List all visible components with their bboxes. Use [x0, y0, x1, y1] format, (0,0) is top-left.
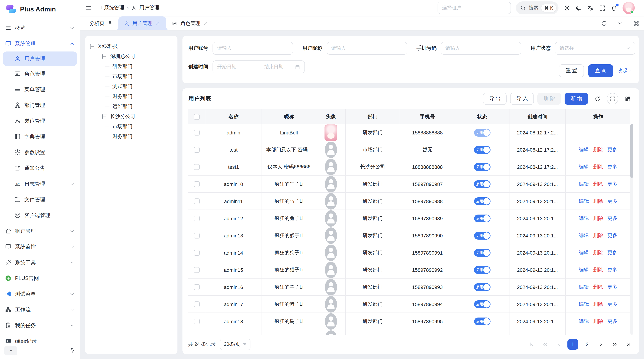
status-toggle[interactable]: 启用 — [474, 215, 490, 223]
status-toggle[interactable]: 启用 — [474, 198, 490, 205]
edit-link[interactable]: 编辑 — [579, 215, 589, 222]
language-translate-icon[interactable] — [587, 5, 594, 11]
edit-link[interactable]: 编辑 — [579, 319, 589, 325]
tree-leaf-市场部门[interactable]: 市场部门 — [105, 71, 173, 81]
status-toggle[interactable]: 启用 — [474, 146, 490, 154]
sidebar-item-文件管理[interactable]: 文件管理 — [0, 192, 80, 207]
more-link[interactable]: 更多 — [607, 250, 617, 256]
tree-leaf-研发部门[interactable]: 研发部门 — [105, 61, 173, 71]
tree-leaf-市场部门[interactable]: 市场部门 — [105, 122, 173, 132]
delete-link[interactable]: 删除 — [593, 164, 603, 170]
tree-node-长沙分公司[interactable]: 长沙分公司 — [93, 112, 173, 122]
close-tab-icon[interactable] — [155, 21, 161, 26]
first-page-button[interactable] — [527, 339, 537, 349]
tree-leaf-财务部门[interactable]: 财务部门 — [105, 132, 173, 142]
row-checkbox[interactable] — [194, 233, 200, 239]
edit-link[interactable]: 编辑 — [579, 301, 589, 308]
delete-link[interactable]: 删除 — [593, 147, 603, 153]
sidebar-item-系统监控[interactable]: 系统监控 — [0, 239, 80, 255]
sidebar-item-gitee记录[interactable]: gitee记录 — [0, 333, 80, 343]
next-page-button[interactable] — [596, 339, 606, 349]
sidebar-item-系统工具[interactable]: 系统工具 — [0, 255, 80, 270]
fullscreen-icon[interactable] — [599, 5, 606, 11]
sidebar-item-菜单管理[interactable]: 菜单管理 — [0, 81, 80, 97]
logo[interactable]: Plus Admin — [0, 0, 80, 18]
tab-分析页[interactable]: 分析页 — [84, 16, 118, 30]
edit-link[interactable]: 编辑 — [579, 250, 589, 256]
last-page-button[interactable] — [623, 339, 633, 349]
page-number-1[interactable]: 1 — [568, 339, 578, 350]
delete-button[interactable]: 删 除 — [538, 93, 561, 105]
more-link[interactable]: 更多 — [607, 215, 617, 222]
delete-link[interactable]: 删除 — [593, 284, 603, 291]
notifications-bell-icon[interactable] — [611, 5, 618, 11]
table-fullscreen-button[interactable] — [607, 93, 618, 105]
export-button[interactable]: 导 出 — [483, 93, 507, 105]
edit-link[interactable]: 编辑 — [579, 181, 589, 188]
status-toggle[interactable]: 启用 — [474, 232, 490, 240]
sidebar-item-租户管理[interactable]: 租户管理 — [0, 223, 80, 239]
sidebar-item-客户端管理[interactable]: 客户端管理 — [0, 207, 80, 223]
column-settings-button[interactable] — [622, 93, 633, 105]
row-checkbox[interactable] — [194, 147, 200, 153]
back-10-pages-button[interactable] — [540, 339, 550, 349]
collapse-icon[interactable] — [102, 114, 107, 119]
breadcrumb-item-users[interactable]: 用户管理 — [132, 5, 160, 11]
more-link[interactable]: 更多 — [607, 198, 617, 205]
tree-leaf-运维部门[interactable]: 运维部门 — [105, 101, 173, 112]
previous-page-button[interactable] — [554, 339, 564, 349]
edit-link[interactable]: 编辑 — [579, 164, 589, 170]
settings-gear-icon[interactable] — [564, 5, 570, 11]
sidebar-item-工作流[interactable]: 工作流 — [0, 302, 80, 318]
sidebar-item-PLUS官网[interactable]: PLUS官网 — [0, 270, 80, 286]
sidebar-item-测试菜单[interactable]: 测试菜单 — [0, 286, 80, 302]
tree-leaf-测试部门[interactable]: 测试部门 — [105, 81, 173, 91]
tree-leaf-财务部门[interactable]: 财务部门 — [105, 91, 173, 101]
hamburger-icon[interactable] — [85, 5, 92, 11]
collapse-icon[interactable] — [90, 44, 95, 49]
sidebar-item-通知公告[interactable]: 通知公告 — [0, 160, 80, 176]
row-checkbox[interactable] — [194, 130, 200, 136]
date-range-input[interactable]: 开始日期 → 结束日期 — [212, 60, 305, 73]
tab-menu-chevron-button[interactable] — [612, 16, 628, 30]
select-all-checkbox[interactable] — [194, 114, 200, 120]
more-link[interactable]: 更多 — [607, 164, 617, 170]
delete-link[interactable]: 删除 — [593, 181, 603, 188]
reset-button[interactable]: 重 置 — [559, 64, 584, 77]
status-toggle[interactable]: 启用 — [474, 301, 490, 308]
status-toggle[interactable]: 启用 — [474, 180, 490, 188]
more-link[interactable]: 更多 — [607, 284, 617, 291]
phone-input[interactable]: 请输入 — [441, 42, 521, 55]
tree-node-深圳总公司[interactable]: 深圳总公司 — [93, 51, 173, 61]
more-link[interactable]: 更多 — [607, 147, 617, 153]
table-scrollbar[interactable] — [630, 124, 633, 335]
more-link[interactable]: 更多 — [607, 233, 617, 239]
more-link[interactable]: 更多 — [607, 301, 617, 308]
sidebar-item-岗位管理[interactable]: 岗位管理 — [0, 113, 80, 129]
refresh-page-button[interactable] — [596, 16, 612, 30]
delete-link[interactable]: 删除 — [593, 215, 603, 222]
delete-link[interactable]: 删除 — [593, 233, 603, 239]
row-checkbox[interactable] — [194, 250, 200, 256]
close-tab-icon[interactable] — [203, 21, 208, 26]
status-toggle[interactable]: 启用 — [474, 283, 490, 291]
sidebar-item-日志管理[interactable]: DEV 日志管理 — [0, 176, 80, 192]
sidebar-item-参数设置[interactable]: 参数设置 — [0, 144, 80, 160]
tenant-select-input[interactable]: 选择租户 — [438, 2, 511, 14]
status-select[interactable]: 请选择 — [555, 42, 636, 55]
delete-link[interactable]: 删除 — [593, 301, 603, 308]
collapse-icon[interactable] — [102, 54, 107, 59]
row-checkbox[interactable] — [194, 267, 200, 273]
collapse-filters-link[interactable]: 收起 — [618, 68, 633, 74]
status-toggle[interactable]: 启用 — [474, 129, 490, 137]
dark-mode-moon-icon[interactable] — [575, 5, 582, 11]
sidebar-collapse-button[interactable]: « — [4, 346, 17, 356]
page-number-2[interactable]: 2 — [582, 339, 592, 350]
global-search[interactable]: 搜索 ⌘ K — [516, 1, 558, 14]
status-toggle[interactable]: 启用 — [474, 249, 490, 257]
row-checkbox[interactable] — [194, 216, 200, 222]
add-button[interactable]: 新 增 — [564, 93, 588, 105]
more-link[interactable]: 更多 — [607, 267, 617, 273]
row-checkbox[interactable] — [194, 302, 200, 307]
delete-link[interactable]: 删除 — [593, 198, 603, 205]
